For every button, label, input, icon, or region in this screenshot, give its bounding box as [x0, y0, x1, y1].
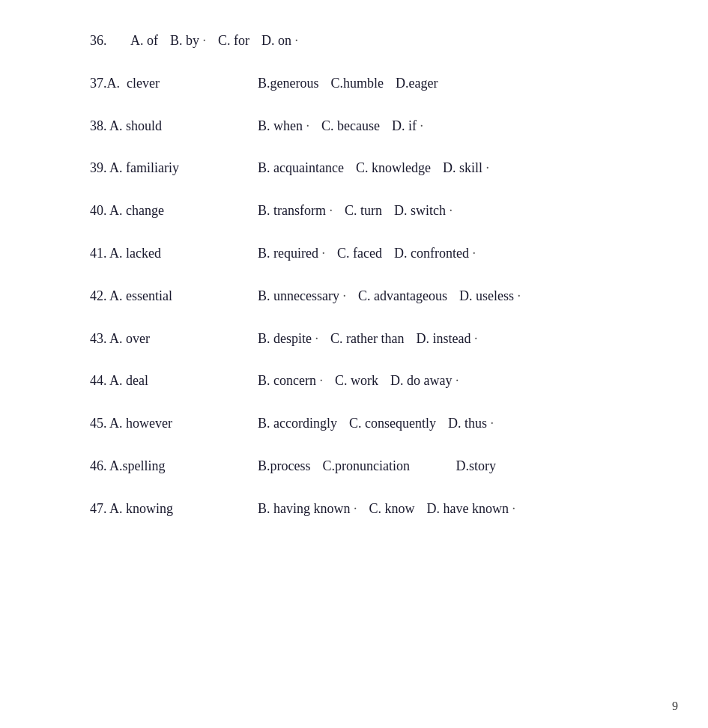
- question-row: 44. A. deal B. concern · C. work D. do a…: [90, 370, 648, 392]
- option-b: B. despite ·: [255, 328, 321, 350]
- option-b: B. transform ·: [255, 200, 336, 222]
- option-c: C. work: [332, 370, 381, 392]
- page-container: 36. A. of B. by · C. for D. on · 37.A. c…: [0, 0, 708, 728]
- question-row: 41. A. lacked B. required · C. faced D. …: [90, 243, 648, 264]
- options: B.process C.pronunciation D.story: [255, 455, 499, 477]
- option-b: B. accordingly: [255, 413, 340, 434]
- option-b: B. required ·: [255, 243, 328, 264]
- option-d: D. switch ·: [391, 200, 456, 222]
- question-number: 40. A. change: [90, 200, 255, 222]
- option-b: B.generous: [255, 73, 321, 94]
- option-c: C. for: [215, 30, 252, 52]
- option-d: D. instead ·: [413, 328, 480, 350]
- question-row: 36. A. of B. by · C. for D. on ·: [90, 30, 648, 52]
- question-row: 40. A. change B. transform · C. turn D. …: [90, 200, 648, 222]
- option-d: D. do away ·: [387, 370, 462, 392]
- question-number: 38. A. should: [90, 115, 255, 137]
- question-row: 42. A. essential B. unnecessary · C. adv…: [90, 285, 648, 307]
- question-row: 38. A. should B. when · C. because D. if…: [90, 115, 648, 137]
- option-c: C. because: [318, 115, 383, 137]
- options: B. acquaintance C. knowledge D. skill ·: [255, 157, 492, 179]
- question-row: 45. A. however B. accordingly C. consequ…: [90, 413, 648, 434]
- question-number: 36.: [90, 30, 127, 52]
- option-d: D. on ·: [258, 30, 301, 52]
- options: B. concern · C. work D. do away ·: [255, 370, 462, 392]
- question-row: 46. A.spelling B.process C.pronunciation…: [90, 455, 648, 477]
- question-number: 47. A. knowing: [90, 498, 255, 520]
- question-row: 37.A. clever B.generous C.humble D.eager: [90, 73, 648, 94]
- question-number: 46. A.spelling: [90, 455, 255, 477]
- options: B.generous C.humble D.eager: [255, 73, 441, 94]
- option-b: B. acquaintance: [255, 157, 347, 179]
- option-a: A. of: [127, 30, 161, 52]
- question-row: 39. A. familiariy B. acquaintance C. kno…: [90, 157, 648, 179]
- option-d: D. skill ·: [440, 157, 492, 179]
- question-number: 39. A. familiariy: [90, 157, 255, 179]
- question-number: 42. A. essential: [90, 285, 255, 307]
- options: B. unnecessary · C. advantageous D. usel…: [255, 285, 524, 307]
- option-d: D. have known ·: [424, 498, 518, 520]
- question-number: 44. A. deal: [90, 370, 255, 392]
- option-b: B. having known ·: [255, 498, 360, 520]
- option-c: C. turn: [342, 200, 385, 222]
- option-b: B. by ·: [167, 30, 209, 52]
- option-d: D. if ·: [389, 115, 426, 137]
- option-d: D.eager: [393, 73, 441, 94]
- question-number: 37.A. clever: [90, 73, 255, 94]
- option-c: C. faced: [334, 243, 385, 264]
- option-c: C. consequently: [346, 413, 439, 434]
- option-d: D. thus ·: [445, 413, 497, 434]
- options: B. when · C. because D. if ·: [255, 115, 426, 137]
- option-d: D. useless ·: [456, 285, 524, 307]
- options: B. required · C. faced D. confronted ·: [255, 243, 479, 264]
- options: B. accordingly C. consequently D. thus ·: [255, 413, 497, 434]
- option-b: B. when ·: [255, 115, 312, 137]
- page-number: 9: [672, 700, 678, 713]
- question-number: 41. A. lacked: [90, 243, 255, 264]
- option-b: B. unnecessary ·: [255, 285, 349, 307]
- option-c: C.humble: [327, 73, 387, 94]
- option-d: D.story: [453, 455, 500, 477]
- question-number: 43. A. over: [90, 328, 255, 350]
- option-b: B. concern ·: [255, 370, 326, 392]
- options: A. of B. by · C. for D. on ·: [127, 30, 301, 52]
- option-c: C. advantageous: [355, 285, 450, 307]
- options: B. despite · C. rather than D. instead ·: [255, 328, 480, 350]
- option-d: D. confronted ·: [391, 243, 479, 264]
- question-row: 47. A. knowing B. having known · C. know…: [90, 498, 648, 520]
- option-c: C. knowledge: [353, 157, 434, 179]
- option-c: C.pronunciation: [320, 455, 447, 477]
- options: B. having known · C. know D. have known …: [255, 498, 518, 520]
- option-b: B.process: [255, 455, 314, 477]
- question-row: 43. A. over B. despite · C. rather than …: [90, 328, 648, 350]
- option-c: C. know: [366, 498, 418, 520]
- options: B. transform · C. turn D. switch ·: [255, 200, 456, 222]
- question-number: 45. A. however: [90, 413, 255, 434]
- option-c: C. rather than: [327, 328, 407, 350]
